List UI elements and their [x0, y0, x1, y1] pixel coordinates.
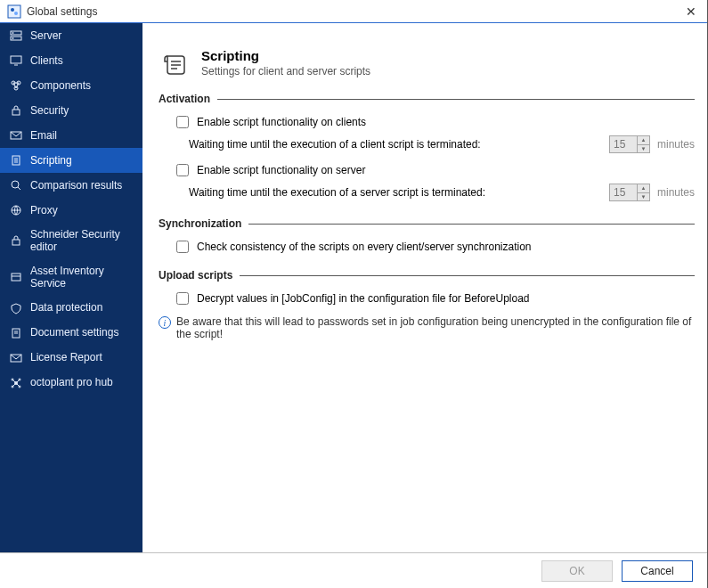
sidebar-item-data-protection[interactable]: Data protection	[0, 296, 142, 321]
info-icon: i	[159, 316, 171, 329]
compare-icon	[9, 178, 23, 192]
sidebar-item-label: Document settings	[30, 326, 134, 339]
svg-rect-0	[8, 5, 20, 18]
lock-icon	[9, 103, 23, 118]
sidebar-item-license-report[interactable]: License Report	[0, 346, 142, 371]
app-icon	[7, 4, 21, 19]
section-title-upload-scripts: Upload scripts	[159, 269, 232, 282]
check-consistency-checkbox[interactable]	[176, 241, 189, 253]
sidebar-item-label: Data protection	[30, 301, 134, 314]
sidebar-item-label: License Report	[30, 351, 134, 363]
svg-point-5	[12, 32, 13, 33]
svg-point-21	[12, 181, 19, 188]
svg-rect-7	[11, 56, 21, 63]
enable-script-clients-checkbox[interactable]	[176, 116, 189, 128]
server-wait-unit: minutes	[657, 186, 695, 199]
scripting-header-icon	[159, 48, 192, 82]
svg-line-22	[18, 187, 20, 190]
monitor-icon	[9, 53, 23, 68]
cancel-button[interactable]: Cancel	[622, 560, 693, 582]
client-wait-value: 15	[610, 136, 637, 152]
sidebar-item-schneider-security-editor[interactable]: Schneider Security editor	[0, 223, 142, 259]
client-wait-spinner[interactable]: 15 ▲▼	[609, 135, 650, 153]
client-wait-unit: minutes	[657, 138, 695, 151]
svg-line-40	[16, 383, 20, 387]
sidebar-item-comparison-results[interactable]: Comparison results	[0, 173, 142, 198]
server-wait-label: Waiting time until the execution of a se…	[189, 186, 485, 199]
svg-rect-15	[12, 110, 20, 115]
globe-icon	[9, 203, 23, 217]
section-synchronization: Synchronization Check consistency of the…	[159, 217, 695, 258]
shield-icon	[9, 301, 23, 315]
page-subtitle: Settings for client and server scripts	[201, 65, 370, 78]
client-wait-label: Waiting time until the execution of a cl…	[189, 138, 481, 151]
footer: OK Cancel	[0, 552, 707, 588]
spinner-up-icon[interactable]: ▲	[638, 184, 649, 193]
hub-icon	[9, 376, 23, 390]
section-title-synchronization: Synchronization	[159, 217, 241, 230]
sidebar-item-label: Schneider Security editor	[30, 228, 134, 254]
divider	[217, 99, 695, 100]
sidebar-item-clients[interactable]: Clients	[0, 48, 142, 73]
sidebar-item-components[interactable]: Components	[0, 73, 142, 98]
enable-script-server-checkbox[interactable]	[176, 164, 189, 176]
divider	[240, 275, 695, 276]
components-icon	[9, 78, 23, 93]
sidebar-item-server[interactable]: Server	[0, 23, 142, 48]
svg-point-1	[11, 8, 14, 12]
email-icon	[9, 128, 23, 143]
script-icon	[9, 153, 23, 167]
svg-rect-26	[12, 274, 20, 281]
sidebar-item-label: Security	[30, 104, 134, 117]
svg-point-6	[12, 37, 13, 38]
sidebar-item-proxy[interactable]: Proxy	[0, 198, 142, 223]
decrypt-values-checkbox[interactable]	[176, 292, 189, 305]
svg-rect-25	[12, 240, 20, 245]
section-upload-scripts: Upload scripts Decrypt values in [JobCon…	[159, 269, 695, 340]
upload-warning-text: Be aware that this will lead to password…	[176, 315, 695, 340]
sidebar-item-email[interactable]: Email	[0, 123, 142, 148]
check-consistency-label: Check consistency of the scripts on ever…	[197, 241, 532, 253]
section-activation: Activation Enable script functionality o…	[159, 93, 695, 207]
sidebar-item-label: Email	[30, 129, 134, 142]
section-title-activation: Activation	[159, 93, 210, 105]
sidebar-item-document-settings[interactable]: Document settings	[0, 321, 142, 346]
divider	[248, 224, 695, 225]
decrypt-values-label: Decrypt values in [JobConfig] in the con…	[197, 292, 530, 305]
spinner-down-icon[interactable]: ▼	[638, 193, 649, 201]
sidebar-item-label: octoplant pro hub	[30, 376, 134, 388]
title-bar: Global settings ✕	[0, 0, 707, 23]
page-title: Scripting	[201, 48, 370, 63]
main-panel: Scripting Settings for client and server…	[142, 23, 707, 552]
close-icon[interactable]: ✕	[682, 4, 700, 19]
spinner-down-icon[interactable]: ▼	[638, 145, 649, 153]
window-title: Global settings	[27, 5, 682, 18]
server-wait-spinner[interactable]: 15 ▲▼	[609, 184, 650, 201]
enable-script-server-label: Enable script functionality on server	[197, 164, 365, 176]
server-icon	[9, 29, 23, 43]
inventory-icon	[9, 270, 23, 284]
shield-lock-icon	[9, 233, 23, 248]
svg-point-2	[14, 12, 18, 15]
sidebar-item-label: Proxy	[30, 204, 134, 216]
sidebar-item-label: Scripting	[30, 154, 134, 167]
svg-line-37	[12, 380, 16, 383]
svg-line-38	[16, 380, 20, 383]
sidebar: Server Clients Components	[0, 23, 142, 552]
sidebar-item-label: Asset Inventory Service	[30, 265, 134, 290]
sidebar-item-label: Comparison results	[30, 179, 134, 192]
sidebar-item-security[interactable]: Security	[0, 98, 142, 123]
document-icon	[9, 326, 23, 340]
envelope-icon	[9, 351, 23, 365]
svg-line-39	[12, 383, 16, 387]
spinner-up-icon[interactable]: ▲	[638, 136, 649, 145]
server-wait-value: 15	[610, 184, 637, 200]
sidebar-item-asset-inventory-service[interactable]: Asset Inventory Service	[0, 259, 142, 296]
sidebar-item-label: Server	[30, 29, 134, 42]
sidebar-item-label: Components	[30, 79, 134, 92]
sidebar-item-octoplant-pro-hub[interactable]: octoplant pro hub	[0, 371, 142, 396]
sidebar-item-label: Clients	[30, 54, 134, 67]
enable-script-clients-label: Enable script functionality on clients	[197, 116, 366, 128]
sidebar-item-scripting[interactable]: Scripting	[0, 148, 142, 173]
ok-button[interactable]: OK	[541, 560, 613, 582]
